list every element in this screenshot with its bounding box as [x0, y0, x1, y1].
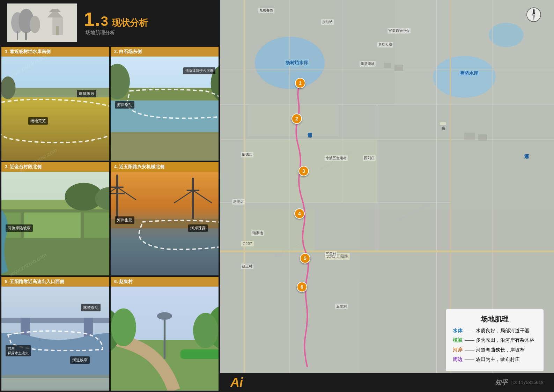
photo-label-1: 1. 靠近杨树垱水库南侧 — [1, 47, 109, 57]
legend-title: 场地肌理 — [453, 315, 537, 324]
photo-cell-3: 3. 近金台村段北侧 两侧岸陆坡窄 — [1, 162, 109, 276]
annotation-4-2: 河岸裸露 — [188, 224, 208, 232]
legend-panel: 场地肌理 水体 —— 水质良好，局部河道干涸 植被 —— 多为农田，沿河岸有杂木… — [446, 309, 544, 371]
legend-item-water: 水体 —— 水质良好，局部河道干涸 — [453, 327, 537, 334]
annotation-2-2: 河岸杂乱 — [115, 101, 134, 109]
map-place-7: 小波五金建材 — [325, 155, 348, 161]
header-title-block: 1. 3 现状分析 场地肌理分析 — [84, 9, 148, 36]
annotation-1-2: 场地荒芜 — [28, 117, 48, 125]
reservoir-label-yang: 杨树垱水库 — [285, 59, 309, 66]
annotation-3-1: 两侧岸陆坡窄 — [6, 224, 33, 232]
location-marker-4: 4 — [294, 208, 305, 219]
legend-key-bank: 河岸 — [453, 347, 463, 354]
map-place-11: 五里村 — [325, 251, 337, 257]
section-sub: 3 — [101, 14, 108, 29]
bottom-bar: Ai 知乎 ID: 1175815618 — [220, 373, 554, 392]
map-place-8: 西刘庄 — [363, 155, 376, 161]
map-place-1: 九梅餐馆 — [258, 8, 274, 13]
legend-desc-plant: 多为农田，沿河岸有杂木林 — [476, 337, 534, 344]
location-marker-6: 6 — [297, 282, 307, 292]
legend-key-plant: 植被 — [453, 337, 463, 344]
svg-rect-49 — [1, 375, 109, 391]
svg-rect-20 — [111, 132, 219, 160]
svg-point-3 — [30, 16, 40, 33]
svg-rect-5 — [25, 32, 27, 40]
section-subtitle: 场地肌理分析 — [86, 30, 148, 36]
header-area: 1. 3 现状分析 场地肌理分析 — [0, 0, 220, 45]
svg-rect-4 — [17, 31, 18, 40]
legend-item-surround: 周边 —— 农田为主，散布村庄 — [453, 356, 537, 363]
annotation-4-1: 河岸生硬 — [115, 216, 134, 224]
location-marker-3: 3 — [298, 166, 309, 176]
svg-point-57 — [193, 313, 218, 348]
photo-label-6: 6. 赵集村 — [111, 277, 219, 287]
ai-logo: Ai — [230, 375, 243, 390]
svg-rect-26 — [1, 200, 109, 275]
legend-desc-surround: 农田为主，散布村庄 — [476, 356, 520, 363]
svg-rect-61 — [180, 349, 219, 359]
svg-rect-9 — [56, 26, 59, 35]
svg-point-55 — [111, 309, 136, 347]
svg-point-67 — [433, 56, 496, 98]
svg-rect-87 — [464, 133, 475, 140]
reservoir-label-fan: 樊桥水库 — [459, 70, 479, 77]
location-marker-1: 1 — [295, 78, 305, 88]
photo-cell-5: 5. 五阳路靠近高速出入口西侧 林带杂乱 河岸裸露水土流失 河道狭窄 — [1, 277, 109, 391]
compass: N — [526, 7, 540, 21]
map-place-2: 加油站 — [321, 19, 334, 25]
svg-rect-30 — [84, 212, 109, 237]
legend-item-plant: 植被 —— 多为农田，沿河岸有杂木林 — [453, 337, 537, 344]
photo-cell-4: 4. 近五阳路兴安机械北侧 河岸生硬 河岸裸露 — [111, 162, 219, 276]
legend-desc-bank: 河道弯曲狭长，岸坡窄 — [476, 347, 525, 354]
section-number: 1. — [84, 9, 100, 29]
svg-rect-86 — [394, 65, 403, 71]
location-marker-2: 2 — [291, 113, 302, 124]
svg-point-60 — [157, 312, 172, 320]
photo-cell-2: 2. 白石场东侧 违章建筑侵占河道 河岸杂乱 — [111, 47, 219, 161]
legend-key-surround: 周边 — [453, 356, 463, 363]
annotation-2-1: 违章建筑侵占河道 — [183, 67, 215, 74]
annotation-5-3: 河道狭窄 — [70, 356, 90, 364]
legend-item-bank: 河岸 —— 河道弯曲狭长，岸坡窄 — [453, 347, 537, 354]
map-place-5: 建堂遗址 — [360, 61, 376, 67]
annotation-1-1: 建筑破败 — [77, 90, 96, 97]
legend-desc-water: 水质良好，局部河道干涸 — [476, 327, 530, 334]
road-highway: 二广高速 — [440, 122, 446, 125]
annotation-5-2: 河岸裸露水土流失 — [6, 345, 31, 356]
map-place-13: 五里划 — [335, 304, 348, 309]
photo-cell-1: 1. 靠近杨树垱水库南侧 建筑破败 场地荒芜 — [1, 47, 109, 161]
left-panel: 1. 3 现状分析 场地肌理分析 — [0, 0, 220, 392]
map-place-3: 学堂大成 — [377, 42, 393, 47]
photo-label-5: 5. 五阳路靠近高速出入口西侧 — [1, 277, 109, 287]
photo-label-3: 3. 近金台村段北侧 — [1, 162, 109, 172]
header-sketch — [7, 3, 77, 42]
annotation-5-1: 林带杂乱 — [81, 304, 101, 311]
map-place-10: 瑞家地 — [251, 230, 264, 236]
svg-point-68 — [489, 23, 524, 47]
right-panel: N 杨树垱水库 樊桥水库 西港河 东港河 G207 S342 五阳路 二广高速 … — [220, 0, 554, 392]
svg-rect-82 — [244, 140, 377, 202]
photo-cell-6: 6. 赵集村 — [111, 277, 219, 391]
bottom-id: ID: 1175815618 — [511, 380, 544, 385]
map-place-6: 敏德店 — [241, 152, 253, 157]
photo-label-4: 4. 近五阳路兴安机械北侧 — [111, 162, 219, 172]
location-marker-5: 5 — [300, 253, 310, 264]
photo-label-2: 2. 白石场东侧 — [111, 47, 219, 57]
photo-grid: 1. 靠近杨树垱水库南侧 建筑破败 场地荒芜 — [0, 45, 220, 392]
map-place-9: 赵堤店 — [232, 199, 245, 205]
road-g207: G207 — [241, 241, 254, 246]
legend-key-water: 水体 — [453, 327, 463, 334]
svg-rect-34 — [111, 225, 219, 276]
svg-rect-11 — [1, 91, 109, 161]
map-place-12: 赵王村 — [241, 264, 253, 269]
svg-text:N: N — [533, 9, 535, 12]
svg-rect-88 — [478, 134, 487, 141]
section-title: 现状分析 — [112, 17, 148, 29]
map-place-4: 富集购物中心 — [387, 28, 411, 34]
svg-rect-85 — [384, 63, 391, 68]
